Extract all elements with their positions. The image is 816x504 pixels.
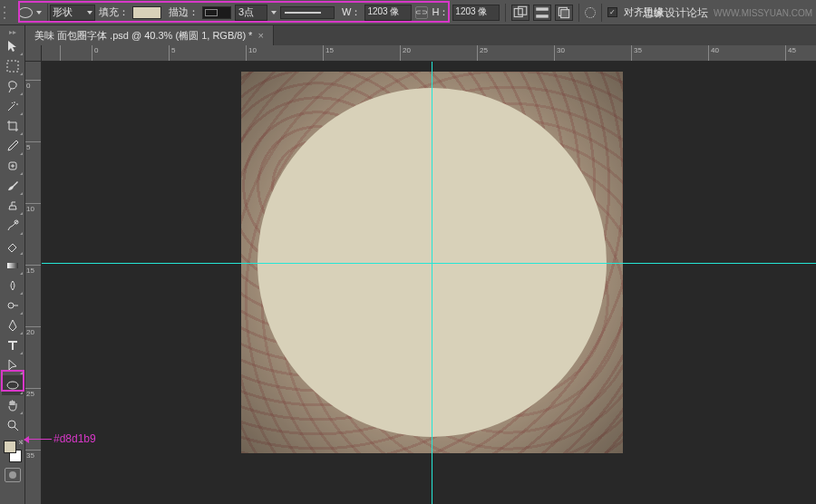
foreground-color-swatch[interactable] [4,441,16,453]
stroke-swatch[interactable] [202,6,231,19]
ruler-tick [60,45,61,61]
crop-tool[interactable] [2,116,24,136]
stroke-width-dropdown[interactable] [271,11,277,15]
watermark: 思缘设计论坛 WWW.MISSYUAN.COM [643,5,812,21]
ruler-tick: 0 [92,45,92,61]
brush-tool[interactable] [2,176,24,196]
document-tabbar: 美味 面包圈字体 .psd @ 40.3% (椭圆 1, RGB/8) * × [25,25,816,45]
clone-stamp-tool[interactable] [2,196,24,216]
svg-point-10 [8,303,14,308]
type-tool[interactable] [2,335,24,355]
annotation-color-callout: #d8d1b9 [28,432,96,445]
stroke-style-select[interactable] [280,6,335,19]
ruler-tick: 10 [25,203,41,204]
ruler-tick: 45 [785,45,786,61]
canvas-viewport[interactable] [42,62,816,504]
close-tab-icon[interactable]: × [257,30,263,41]
ruler-tick: 15 [25,265,41,266]
lasso-tool[interactable] [2,76,24,96]
document-tab[interactable]: 美味 面包圈字体 .psd @ 40.3% (椭圆 1, RGB/8) * × [25,25,274,45]
work-area: 051015202530354045 051015202535 [25,45,816,504]
svg-rect-2 [537,7,549,10]
shape-mode-label: 形状 [53,5,73,19]
ruler-tick: 0 [25,80,41,81]
svg-point-12 [8,421,15,428]
tool-preset-dropdown[interactable] [36,11,42,15]
magic-wand-tool[interactable] [2,96,24,116]
ruler-tick: 40 [708,45,709,61]
stroke-label: 描边： [169,5,199,19]
fill-swatch[interactable] [132,6,161,19]
foreground-background-swatch[interactable]: ⤭ [2,439,24,464]
shape-options-gear-icon[interactable] [585,7,596,18]
path-select-tool[interactable] [2,355,24,375]
align-edges-checkbox[interactable]: ✓ [607,7,617,17]
svg-rect-9 [7,263,18,268]
swap-colors-icon[interactable]: ⤭ [18,439,24,446]
ruler-tick: 35 [631,45,632,61]
svg-point-11 [7,382,18,389]
move-tool[interactable] [2,36,24,56]
shape-mode-select[interactable]: 形状 [50,5,95,21]
quick-mask-toggle[interactable] [5,468,21,482]
eyedropper-tool[interactable] [2,136,24,156]
stroke-width-input[interactable]: 3点 [235,5,267,21]
ruler-tick: 30 [554,45,555,61]
tool-preset-icon[interactable] [18,7,33,18]
ruler-tick: 20 [25,326,41,327]
ruler-tick: 20 [400,45,401,61]
ruler-tick: 5 [169,45,170,61]
eraser-tool[interactable] [2,236,24,256]
link-wh-icon[interactable]: ⊂⊃ [415,6,428,19]
ruler-origin[interactable] [25,45,42,62]
gradient-tool[interactable] [2,256,24,276]
ruler-tick: 5 [25,141,41,142]
width-input[interactable]: 1203 像 [364,5,412,21]
hand-tool[interactable] [2,395,24,415]
height-label: H： [432,5,449,19]
blur-tool[interactable] [2,276,24,296]
height-input[interactable]: 1203 像 [452,5,500,21]
pen-tool[interactable] [2,315,24,335]
ruler-tick: 25 [477,45,478,61]
arrange-button[interactable] [555,5,573,21]
watermark-site: 思缘设计论坛 [643,5,708,21]
history-brush-tool[interactable] [2,216,24,236]
options-bar: 形状 填充： 描边： 3点 W： 1203 像 ⊂⊃ H： 1203 像 ✓ 对… [0,0,816,25]
dodge-tool[interactable] [2,296,24,315]
align-button[interactable] [533,5,551,21]
options-grip[interactable] [4,5,11,21]
ruler-horizontal[interactable]: 051015202530354045 [42,45,816,62]
fill-label: 填充： [99,5,129,19]
path-ops-button[interactable] [511,5,529,21]
document-tab-title: 美味 面包圈字体 .psd @ 40.3% (椭圆 1, RGB/8) * [34,29,252,43]
ruler-tick: 15 [323,45,324,61]
zoom-tool[interactable] [2,415,24,435]
healing-brush-tool[interactable] [2,156,24,176]
annotation-color-text: #d8d1b9 [53,432,96,445]
guide-vertical[interactable] [432,62,432,504]
svg-rect-6 [7,61,18,72]
chevron-down-icon [87,11,92,15]
guide-horizontal[interactable] [42,263,816,264]
watermark-url: WWW.MISSYUAN.COM [714,8,812,18]
toolbox: ▸▸ ⤭ [0,25,25,504]
toolbox-collapse-toggle[interactable]: ▸▸ [3,27,23,36]
ellipse-shape-tool[interactable] [2,375,24,395]
marquee-tool[interactable] [2,56,24,76]
svg-rect-3 [537,15,549,17]
svg-rect-5 [561,9,569,17]
width-label: W： [342,5,361,19]
ruler-tick: 25 [25,388,41,389]
ruler-tick: 10 [246,45,247,61]
ruler-tick: 35 [25,450,41,451]
